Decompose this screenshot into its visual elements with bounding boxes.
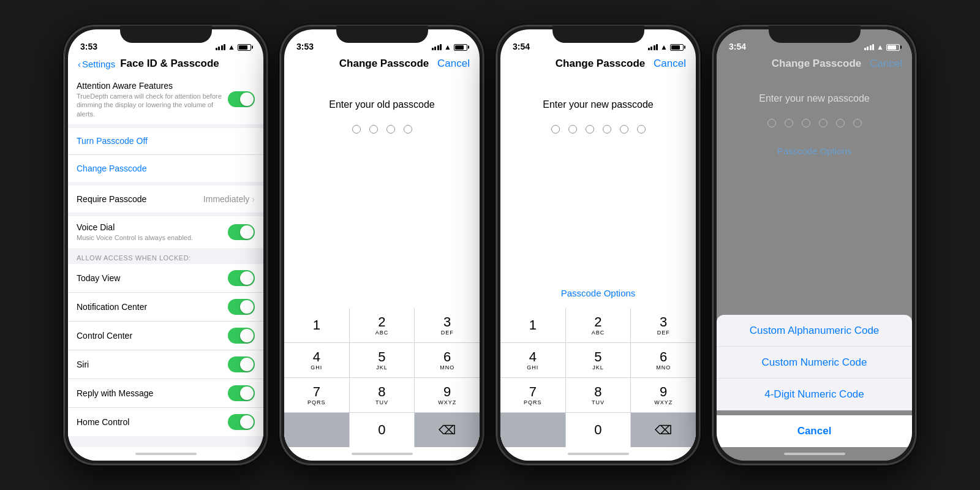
control-toggle[interactable] <box>228 328 255 344</box>
signal-bar-2 <box>867 47 869 50</box>
key-5[interactable]: 5JKL <box>350 343 415 377</box>
signal-bar-4 <box>440 44 442 50</box>
chevron-icon: › <box>252 194 255 204</box>
settings-section-passcode: Turn Passcode Off Change Passcode <box>68 128 263 182</box>
key-1[interactable]: 1 <box>284 308 349 342</box>
today-toggle[interactable] <box>228 270 255 286</box>
settings-item-reply: Reply with Message <box>68 379 263 408</box>
key-3[interactable]: 3DEF <box>415 308 480 342</box>
key-5[interactable]: 5JKL <box>566 343 631 377</box>
voicedial-toggle[interactable] <box>228 224 255 240</box>
key-6[interactable]: 6MNO <box>631 343 696 377</box>
battery-icon <box>238 44 251 51</box>
cancel-button-bg: Cancel <box>870 58 902 70</box>
phone-passcode-options: 3:54 ▲ Chang <box>712 24 917 466</box>
key-0[interactable]: 0 <box>566 413 631 447</box>
today-label: Today View <box>77 273 120 283</box>
cancel-button[interactable]: Cancel <box>437 58 470 70</box>
key-delete[interactable]: ⌫ <box>415 413 480 447</box>
key-6[interactable]: 6MNO <box>415 343 480 377</box>
notification-toggle[interactable] <box>228 299 255 315</box>
back-label: Settings <box>82 59 115 69</box>
screen-content: ‹ Settings Face ID & Passcode Attention … <box>68 55 263 461</box>
wifi-icon: ▲ <box>228 43 235 51</box>
reply-toggle[interactable] <box>228 385 255 401</box>
key-3[interactable]: 3DEF <box>631 308 696 342</box>
signal-bar-1 <box>864 48 866 50</box>
settings-item-voicedial: Voice Dial Music Voice Control is always… <box>68 216 263 248</box>
control-label: Control Center <box>77 331 132 341</box>
option-alphanumeric[interactable]: Custom Alphanumeric Code <box>717 315 912 347</box>
signal-bar-3 <box>870 45 872 50</box>
passcode-nav: Change Passcode Cancel <box>284 55 480 75</box>
require-value-text: Immediately <box>203 194 249 204</box>
home-indicator <box>717 447 912 461</box>
settings-item-require[interactable]: Require Passcode Immediately › <box>68 186 263 213</box>
signal-bar-4 <box>656 44 658 50</box>
signal-bar-1 <box>432 48 434 50</box>
cancel-button[interactable]: Cancel <box>654 58 686 70</box>
turn-passcode-off-link[interactable]: Turn Passcode Off <box>77 136 148 146</box>
wifi-icon: ▲ <box>444 43 451 51</box>
home-bar <box>568 453 629 455</box>
key-9[interactable]: 9WXYZ <box>631 378 696 412</box>
home-toggle[interactable] <box>228 414 255 430</box>
spacer <box>284 146 480 308</box>
signal-bar-2 <box>218 47 220 50</box>
dot-2 <box>785 119 793 127</box>
time: 3:54 <box>729 42 746 51</box>
signal-bar-4 <box>224 44 225 50</box>
status-icons: ▲ <box>216 43 251 51</box>
notch <box>769 26 861 43</box>
key-9[interactable]: 9WXYZ <box>415 378 480 412</box>
attention-toggle[interactable] <box>228 91 255 107</box>
dot-5 <box>620 125 628 134</box>
home-indicator <box>284 447 480 461</box>
dot-2 <box>369 125 378 134</box>
key-2[interactable]: 2ABC <box>350 308 415 342</box>
key-4[interactable]: 4GHI <box>284 343 349 377</box>
home-indicator <box>500 447 696 461</box>
siri-toggle[interactable] <box>228 356 255 372</box>
passcode-options[interactable]: Passcode Options <box>500 146 696 308</box>
key-empty <box>500 413 565 447</box>
passcode-nav: Change Passcode Cancel <box>500 55 696 75</box>
key-7[interactable]: 7PQRS <box>500 378 565 412</box>
key-1[interactable]: 1 <box>500 308 565 342</box>
passcode-nav-bg: Change Passcode Cancel <box>717 55 912 75</box>
back-button[interactable]: ‹ Settings <box>78 59 115 69</box>
key-empty <box>284 413 349 447</box>
option-numeric[interactable]: Custom Numeric Code <box>717 347 912 379</box>
cancel-option-button[interactable]: Cancel <box>717 415 912 447</box>
signal-bar-2 <box>650 47 652 50</box>
key-delete[interactable]: ⌫ <box>631 413 696 447</box>
key-0[interactable]: 0 <box>350 413 415 447</box>
change-passcode-link[interactable]: Change Passcode <box>77 164 146 173</box>
key-8[interactable]: 8TUV <box>350 378 415 412</box>
dot-4 <box>404 125 412 134</box>
passcode-title-bg: Change Passcode <box>772 58 861 70</box>
key-7[interactable]: 7PQRS <box>284 378 349 412</box>
signal-bar-3 <box>654 45 655 50</box>
key-2[interactable]: 2ABC <box>566 308 631 342</box>
settings-section-voicedial: Voice Dial Music Voice Control is always… <box>68 216 263 248</box>
settings-item-siri: Siri <box>68 350 263 379</box>
home-bar <box>135 453 197 455</box>
key-4[interactable]: 4GHI <box>500 343 565 377</box>
passcode-prompt: Enter your new passcode <box>500 75 696 120</box>
settings-item-change[interactable]: Change Passcode <box>68 155 263 182</box>
signal-bars <box>432 44 442 50</box>
sheet-gap <box>717 410 912 415</box>
option-4digit[interactable]: 4-Digit Numeric Code <box>717 379 912 410</box>
time: 3:53 <box>296 42 314 51</box>
wifi-icon: ▲ <box>660 43 668 51</box>
key-8[interactable]: 8TUV <box>566 378 631 412</box>
require-label: Require Passcode <box>77 194 146 204</box>
prompt-bg: Enter your new passcode <box>717 75 912 114</box>
dot-1 <box>551 125 560 134</box>
cancel-section: Cancel <box>717 415 912 447</box>
siri-label: Siri <box>77 360 89 369</box>
settings-item-turn-off[interactable]: Turn Passcode Off <box>68 128 263 155</box>
passcode-dots <box>284 120 480 146</box>
settings-item-control: Control Center <box>68 322 263 350</box>
